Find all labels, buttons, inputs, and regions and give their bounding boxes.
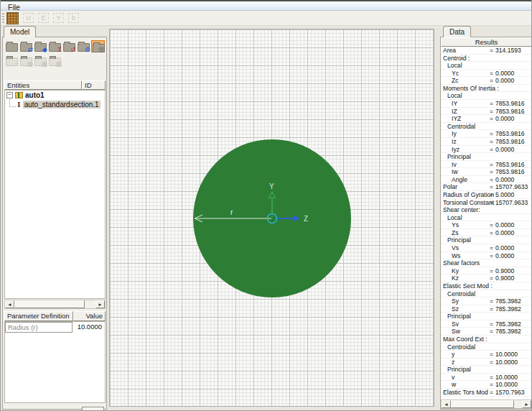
toolbar-drag-handle[interactable] <box>2 13 4 24</box>
reset-button[interactable]: Reset <box>82 407 104 411</box>
results-row: Elastic Tors Mod=1570.7963 <box>441 389 532 397</box>
results-row: Yc=0.0000 <box>441 70 532 78</box>
results-row: w=10.0000 <box>441 381 532 389</box>
results-row: Sw=785.3982 <box>441 328 532 336</box>
tree-item-root[interactable]: − auto1 <box>5 91 105 100</box>
result-value: 0.0000 <box>495 244 514 251</box>
result-label: Polar <box>441 183 457 190</box>
result-equals: = <box>490 168 493 175</box>
results-row: Moments Of Inertia : <box>441 85 532 93</box>
result-equals: = <box>490 77 493 84</box>
scroll-left-icon[interactable]: ◄ <box>442 400 451 408</box>
result-equals: = <box>490 146 493 153</box>
result-label: Ws <box>441 252 460 259</box>
result-label: Max Coord Ext : <box>441 336 487 343</box>
result-label: Iy <box>441 130 457 137</box>
standard-section-icon[interactable]: ◎ <box>91 40 105 52</box>
disabled-tool-u-icon[interactable]: U <box>23 13 34 23</box>
new-section-icon[interactable] <box>5 40 19 52</box>
results-row: IYZ=0.0000 <box>441 115 532 123</box>
tool-glyph-icon: ◎ <box>98 46 104 52</box>
folder-icon <box>6 43 18 52</box>
disabled-tool-b-icon[interactable]: b <box>68 13 79 23</box>
tab-data[interactable]: Data <box>443 26 471 37</box>
result-value: 7853.9816 <box>495 130 525 137</box>
result-equals: = <box>490 351 493 358</box>
scrollbar-thumb[interactable] <box>451 400 514 408</box>
grid-tool-icon[interactable] <box>6 12 19 24</box>
id-column-header[interactable]: ID <box>82 80 106 90</box>
mesh-section-icon[interactable]: ⚙ <box>77 40 90 52</box>
section-tool-icons: ⇄◆Σ↺⚙◎ <box>5 40 105 52</box>
disabled-tool-e-icon[interactable]: E <box>38 13 49 23</box>
data-panel-body: Results Area=314.1593Centroid :LocalYc=0… <box>440 37 532 410</box>
results-row: Centroidal <box>441 343 532 351</box>
result-equals: = <box>490 47 493 54</box>
results-header[interactable]: Results <box>441 37 532 47</box>
result-label: Principal <box>441 366 471 373</box>
scroll-right-icon[interactable]: ► <box>95 300 105 308</box>
tab-model[interactable]: Model <box>4 26 36 37</box>
entities-tree-header: Entities ID <box>4 80 106 90</box>
scroll-left-icon[interactable]: ◄ <box>5 300 14 308</box>
export-section-icon[interactable]: ↺ <box>62 40 76 52</box>
result-value: 0.0000 <box>495 146 514 153</box>
result-label: Radius of Gyration <box>441 191 494 198</box>
result-value: 0.0000 <box>495 229 514 236</box>
menu-bar: File <box>1 0 532 11</box>
results-row: IZ=7853.9816 <box>441 108 532 116</box>
results-row: Torsional Constant=15707.9633 <box>441 199 532 207</box>
result-value: 10.0000 <box>495 351 518 358</box>
parameter-value-cell[interactable]: 10.0000 <box>73 322 105 333</box>
result-value: 15707.9633 <box>495 199 528 206</box>
import-section-icon[interactable]: ⇄ <box>19 40 33 52</box>
result-label: Angle <box>441 176 467 183</box>
result-equals: = <box>490 381 493 388</box>
tool-glyph-icon: ▦ <box>41 61 47 68</box>
results-row: Local <box>441 92 532 100</box>
section-report-icon[interactable]: Σ <box>48 40 62 52</box>
disabled-tool-y-icon[interactable]: Y <box>53 13 64 23</box>
results-row: Polar=15707.9633 <box>441 183 532 191</box>
results-row: Angle=0.0000 <box>441 176 532 184</box>
result-label: Shear factors <box>441 259 480 267</box>
value-column-header[interactable]: Value <box>73 311 106 321</box>
section-viewport[interactable]: r Y Z <box>109 29 434 407</box>
result-label: Sv <box>441 320 459 328</box>
scrollbar-thumb[interactable] <box>14 300 85 308</box>
results-row: Ky=0.9000 <box>441 267 532 275</box>
result-label: Yc <box>441 70 459 77</box>
tool-glyph-icon: ⇄ <box>27 47 33 53</box>
results-row: Sz=785.3982 <box>441 305 532 313</box>
surface-tool-icon: ▱ <box>5 55 19 67</box>
results-row: Zs=0.0000 <box>441 229 532 237</box>
result-label: Local <box>441 214 462 221</box>
result-equals: = <box>490 252 493 259</box>
model-node-icon <box>15 92 23 98</box>
result-value: 7853.9816 <box>495 108 525 115</box>
solid-section-icon[interactable]: ◆ <box>34 40 47 52</box>
model-panel-body: ⇄◆Σ↺⚙◎ ▱▦▦▦ Entities ID − auto1 I auto_s… <box>2 37 107 410</box>
results-row: Principal <box>441 313 532 320</box>
results-row: Ws=0.0000 <box>441 252 532 260</box>
tree-root-label[interactable]: auto1 <box>25 91 45 99</box>
section-tool-icons-disabled: ▱▦▦▦ <box>5 55 62 67</box>
result-equals: = <box>490 199 493 206</box>
result-value: 0.9000 <box>495 267 514 274</box>
result-equals: = <box>490 176 493 183</box>
result-label: Vs <box>441 244 459 251</box>
tree-child-label[interactable]: auto_standardsection.1 <box>23 101 101 108</box>
result-label: Sy <box>441 297 459 305</box>
z-axis-label: Z <box>304 215 308 223</box>
parameter-column-header[interactable]: Parameter Definition <box>4 311 73 321</box>
result-equals: = <box>490 115 493 122</box>
parameter-name-cell[interactable]: Radius (r) <box>5 322 73 333</box>
scroll-right-icon[interactable]: ► <box>522 400 531 408</box>
result-label: w <box>441 381 456 388</box>
result-label: Iw <box>441 168 458 175</box>
entities-column-header[interactable]: Entities <box>4 80 82 90</box>
results-row: Shear center: <box>441 206 532 214</box>
result-equals: = <box>490 244 493 251</box>
tree-item-child[interactable]: I auto_standardsection.1 <box>5 100 105 109</box>
results-row: Iyz=0.0000 <box>441 146 532 154</box>
